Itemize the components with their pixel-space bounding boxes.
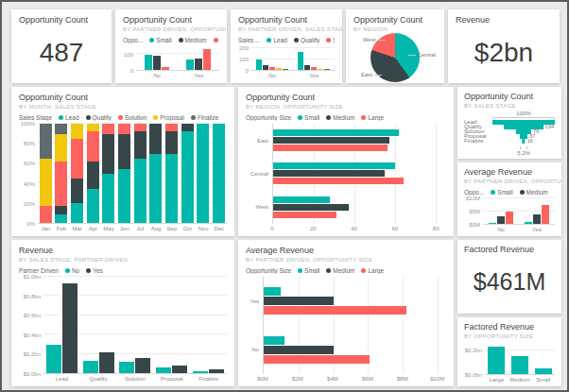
bar-lead-yes[interactable] [298,52,303,70]
segment-solution-may[interactable] [102,124,114,134]
bar-medium-central[interactable] [273,170,385,177]
bar-yes-proposal[interactable] [172,366,187,373]
stacked-bar-jul[interactable] [134,124,147,223]
bar-large-yes[interactable] [264,306,406,315]
stacked-bar-apr[interactable] [87,124,99,223]
segment-lead-dec[interactable] [213,124,225,223]
tile-opp-count-by-region-size[interactable]: Opportunity Count BY REGION, OPPORTUNITY… [238,87,454,236]
bar-small-central[interactable] [273,162,395,169]
tile-revenue-card[interactable]: Revenue $2bn [448,9,560,83]
bar-no-lead[interactable] [46,345,61,373]
bar-small-yes[interactable] [264,287,281,296]
tile-opp-count-by-month-stage[interactable]: Opportunity Count BY MONTH, SALES STAGE … [11,87,234,236]
bar-small-no[interactable] [264,336,284,345]
bar-no-qualify[interactable] [83,361,98,373]
tile-factored-revenue-by-size[interactable]: Factored Revenue BY OPPORTUNITY SIZE $0.… [457,317,561,386]
bar-large-no[interactable] [162,67,169,70]
segment-solution-jul[interactable] [134,124,147,131]
legend-item-small[interactable]: Small [298,267,319,274]
segment-qualify-oct[interactable] [181,124,194,131]
legend-item-qualify[interactable]: Qualify [294,37,319,43]
segment-qualify-apr[interactable] [87,162,99,189]
bar-yes-solution[interactable] [135,358,150,373]
segment-qualify-feb[interactable] [55,206,67,213]
bar-large-east[interactable] [273,145,388,151]
bar-finalize-yes[interactable] [324,69,330,70]
bar-solution-yes[interactable] [311,67,317,70]
legend-item-solution[interactable]: Solution [118,114,147,121]
segment-lead-apr[interactable] [87,189,99,223]
tile-opportunity-count-card[interactable]: Opportunity Count 487 [11,9,112,83]
bar-large-yes[interactable] [542,205,549,224]
funnel-bar-finalize[interactable] [522,139,525,144]
bar-qualify-yes[interactable] [304,65,310,70]
bar-lead-no[interactable] [256,60,262,70]
segment-lead-jun[interactable] [118,169,130,223]
bar-finalize-no[interactable] [283,69,288,70]
stacked-bar-nov[interactable] [197,124,209,223]
bar-large-central[interactable] [273,178,404,184]
tile-opp-count-by-region[interactable]: Opportunity Count BY REGION CentralEastW… [346,9,444,83]
segment-lead-nov[interactable] [197,124,209,223]
bar-no-proposal[interactable] [156,367,171,373]
bar-no-solution[interactable] [119,362,134,373]
bar-medium-west[interactable] [273,204,349,211]
segment-solution-apr[interactable] [87,131,99,162]
bar-large-west[interactable] [273,212,336,218]
stacked-bar-aug[interactable] [149,124,162,223]
legend-item-medium[interactable]: Medium [520,189,548,196]
bar-factored revenue-small[interactable] [535,368,552,374]
segment-qualify-may[interactable] [102,134,114,174]
segment-solution-feb[interactable] [55,162,67,206]
bar-large-yes[interactable] [203,49,211,71]
legend-item-large[interactable]: Large [214,37,219,43]
segment-lead-feb[interactable] [55,214,67,223]
bar-small-no[interactable] [489,223,496,224]
legend-item-solution[interactable]: Solution [326,37,335,43]
segment-proposal-feb[interactable] [55,134,67,162]
tile-opp-count-by-partner-stage[interactable]: Opportunity Count BY PARTNER DRIVEN, SAL… [231,9,342,83]
bar-medium-yes[interactable] [264,297,334,305]
segment-lead-mar[interactable] [71,203,83,223]
bar-yes-finalize[interactable] [209,369,224,373]
bar-qualify-no[interactable] [263,65,268,70]
legend-item-large[interactable]: Large [361,267,384,274]
segment-qualify-sep[interactable] [165,131,178,153]
bar-factored revenue-medium[interactable] [511,356,528,374]
bar-large-no[interactable] [264,355,370,364]
stacked-bar-oct[interactable] [181,124,194,223]
segment-solution-sep[interactable] [165,124,178,131]
legend-item-yes[interactable]: Yes [86,267,103,274]
stacked-bar-may[interactable] [102,124,114,223]
segment-lead-sep[interactable] [165,154,178,224]
legend-item-medium[interactable]: Medium [326,267,354,274]
legend-item-small[interactable]: Small [149,37,171,43]
legend-item-medium[interactable]: Medium [326,114,354,121]
bar-factored revenue-large[interactable] [488,347,505,374]
legend-item-no[interactable]: No [65,267,79,274]
stacked-bar-mar[interactable] [71,124,83,223]
legend-item-qualify[interactable]: Qualify [86,114,112,121]
bar-small-west[interactable] [273,196,330,203]
bar-large-no[interactable] [506,212,513,225]
bar-medium-east[interactable] [273,137,389,144]
legend-item-medium[interactable]: Medium [179,37,207,43]
legend-item-proposal[interactable]: Proposal [153,114,184,121]
segment-qualify-aug[interactable] [149,124,162,154]
legend-item-lead[interactable]: Lead [59,114,78,121]
bar-medium-no[interactable] [264,346,334,354]
bar-medium-yes[interactable] [533,214,541,224]
segment-qualify-jul[interactable] [134,131,147,158]
segment-qualify-mar[interactable] [71,179,83,203]
segment-lead-oct[interactable] [181,131,194,223]
tile-opp-count-by-partner-size[interactable]: Opportunity Count BY PARTNER DRIVEN, OPP… [115,9,227,83]
segment-proposal-apr[interactable] [87,124,99,131]
segment-finalize-jan[interactable] [40,124,52,159]
stacked-bar-feb[interactable] [55,124,67,223]
segment-solution-jun[interactable] [118,124,130,134]
stacked-bar-dec[interactable] [213,124,225,223]
tile-factored-revenue-card[interactable]: Factored Revenue $461M [457,240,561,314]
segment-lead-aug[interactable] [149,154,162,224]
tile-revenue-by-stage-partner[interactable]: Revenue BY SALES STAGE, PARTNER DRIVEN P… [11,240,234,386]
segment-lead-may[interactable] [102,174,114,224]
